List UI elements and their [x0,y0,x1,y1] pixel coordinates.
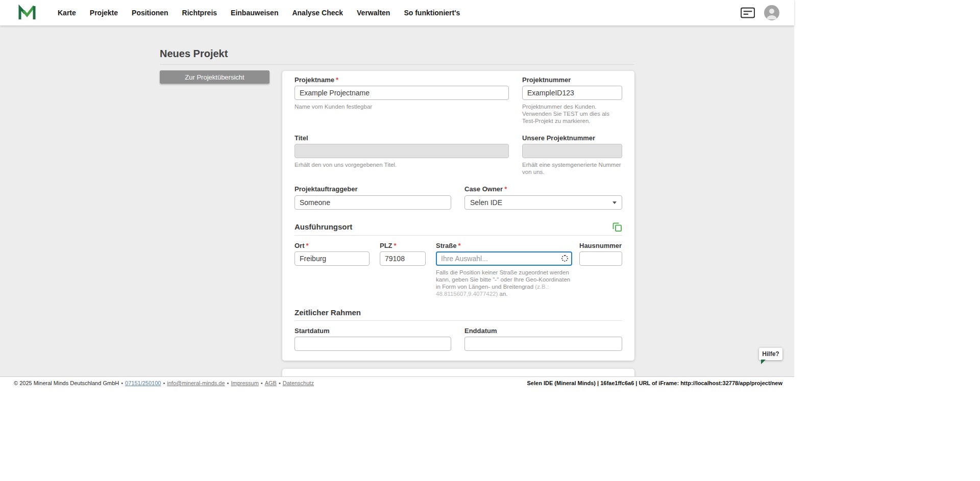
strasse-field-wrapper [436,251,572,266]
nav-item-richtpreis[interactable]: Richtpreis [182,9,217,17]
case-owner-select[interactable]: Selen IDE [464,195,622,210]
strasse-input[interactable] [436,251,572,266]
titel-helper: Erhält den von uns vorgegebenen Titel. [295,161,509,168]
startdatum-label: Startdatum [295,327,330,335]
strasse-helper-main: Falls die Position keiner Straße zugeord… [436,269,570,290]
required-marker: * [394,242,397,249]
projektauftraggeber-label: Projektauftraggeber [295,185,358,193]
hausnummer-label: Hausnummer [579,242,622,249]
footer-bar: © 2025 Mineral Minds Deutschland GmbH • … [0,376,794,389]
footer-copyright: © 2025 Mineral Minds Deutschland GmbH [14,380,119,386]
required-marker: * [458,242,460,249]
projektnummer-helper: Projektnummer des Kunden. Verwenden Sie … [522,103,622,124]
footer-separator: • [227,380,229,386]
projektname-label-text: Projektname [295,76,334,84]
footer-phone-link[interactable]: 07151/250100 [125,380,161,386]
nav-item-verwalten[interactable]: Verwalten [357,9,390,17]
plz-label: PLZ* [380,242,397,249]
footer-session-details: (Mineral Minds) | 16fae1ffc6a6 | URL of … [553,380,782,386]
projektnummer-label: Projektnummer [522,76,571,84]
case-owner-label-text: Case Owner [464,185,503,193]
footer-left: © 2025 Mineral Minds Deutschland GmbH • … [14,380,314,386]
section-title-ausfuehrungsort: Ausführungsort [295,222,352,231]
nav-item-analyse-check[interactable]: Analyse Check [292,9,343,17]
strasse-label-text: Straße [436,242,456,249]
nav-item-projekte[interactable]: Projekte [90,9,118,17]
nav-item-so-funktionierts[interactable]: So funktioniert's [404,9,460,17]
required-marker: * [306,242,309,249]
strasse-helper-suffix: an. [498,291,507,297]
case-owner-label: Case Owner* [464,185,507,193]
top-navigation: Karte Projekte Positionen Richtpreis Ein… [0,0,794,26]
strasse-helper: Falls die Position keiner Straße zugeord… [436,269,575,297]
projektname-label: Projektname* [295,76,338,84]
section-divider [295,235,622,236]
enddatum-input[interactable] [464,337,622,351]
nav-item-einbauweisen[interactable]: Einbauweisen [231,9,278,17]
back-to-projects-button[interactable]: Zur Projektübersicht [160,70,270,84]
chevron-down-icon [612,201,617,204]
unsere-projektnummer-label: Unsere Projektnummer [522,134,595,142]
help-button-label: Hilfe? [762,350,779,358]
enddatum-label: Enddatum [464,327,497,335]
footer-separator: • [261,380,263,386]
logo-icon [18,5,36,21]
footer-impressum-link[interactable]: Impressum [231,380,258,386]
startdatum-input[interactable] [295,337,451,351]
footer-email-link[interactable]: info@mineral-minds.de [167,380,225,386]
footer-session-info: Selen IDE (Mineral Minds) | 16fae1ffc6a6… [527,380,782,386]
project-form-card: Projektname* Name vom Kunden festlegbar … [282,71,634,361]
unsere-projektnummer-input [522,144,622,158]
title-divider [160,64,634,65]
footer-datenschutz-link[interactable]: Datenschutz [283,380,314,386]
hausnummer-input[interactable] [579,251,622,266]
device-icon[interactable] [741,7,755,18]
ort-label-text: Ort [295,242,305,249]
footer-separator: • [163,380,165,386]
required-marker: * [336,76,338,84]
unsere-projektnummer-helper: Erhält eine systemgenerierte Nummer von … [522,161,622,175]
projektauftraggeber-input[interactable] [295,195,451,210]
app-frame: Karte Projekte Positionen Richtpreis Ein… [0,0,794,389]
ort-label: Ort* [295,242,309,249]
plz-input[interactable] [380,251,426,266]
projektname-input[interactable] [295,86,509,100]
page-title: Neues Projekt [160,48,228,60]
mineral-minds-logo[interactable] [18,5,36,21]
section-divider [295,320,622,321]
footer-agb-link[interactable]: AGB [265,380,277,386]
titel-label: Titel [295,134,308,142]
projektnummer-input[interactable] [522,86,622,100]
nav-item-positionen[interactable]: Positionen [132,9,168,17]
nav-right-icons [741,0,779,26]
help-bubble-tail-icon [761,360,766,364]
section-title-zeitlicher-rahmen: Zeitlicher Rahmen [295,308,361,317]
loading-spinner-icon [561,255,568,262]
strasse-label: Straße* [436,242,461,249]
user-avatar[interactable] [764,5,779,20]
main-menu: Karte Projekte Positionen Richtpreis Ein… [58,9,460,17]
footer-session-user: Selen IDE [527,380,553,386]
footer-separator: • [121,380,123,386]
footer-separator: • [279,380,281,386]
titel-input [295,144,509,158]
required-marker: * [504,185,507,193]
copy-address-icon[interactable] [612,222,622,232]
plz-label-text: PLZ [380,242,393,249]
case-owner-selected-value: Selen IDE [470,198,502,207]
projektname-helper: Name vom Kunden festlegbar [295,103,509,110]
help-button[interactable]: Hilfe? [759,348,782,360]
nav-item-karte[interactable]: Karte [58,9,76,17]
ort-input[interactable] [295,251,370,266]
